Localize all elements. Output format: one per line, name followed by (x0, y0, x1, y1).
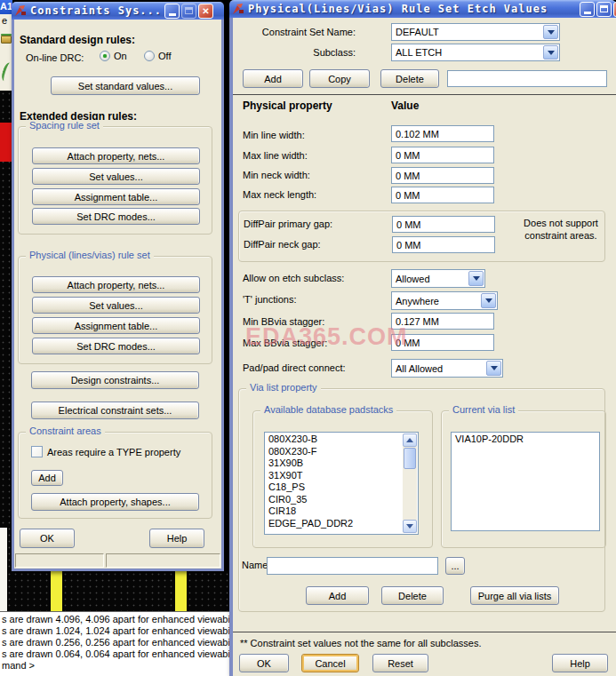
console-line: s are drawn 4.096, 4.096 apart for enhan… (2, 614, 229, 625)
minimize-icon (169, 13, 176, 16)
reset-button[interactable]: Reset (372, 654, 428, 672)
current-via-listbox[interactable]: VIA10P-20DDR (451, 432, 600, 531)
pcb-canvas[interactable] (0, 91, 12, 571)
online-drc-label: On-line DRC: (26, 52, 84, 63)
via-delete-button[interactable]: Delete (381, 586, 444, 605)
padstack-item[interactable]: CIR0_35 (266, 494, 418, 506)
electrical-constraint-sets-button[interactable]: Electrical constraint sets... (31, 402, 199, 419)
padstack-item[interactable]: 080X230-F (266, 446, 418, 458)
padstack-item[interactable]: EDGE_PAD_DDR2 (266, 518, 418, 530)
allow-on-etch-subclass-select[interactable]: Allowed (391, 269, 485, 288)
scrollbar[interactable] (403, 433, 417, 533)
min-line-width-input[interactable]: 0.102 MM (391, 125, 494, 142)
statusbar-cell (106, 553, 220, 568)
spacing-attach-property-nets-button[interactable]: Attach property, nets... (32, 147, 200, 164)
chevron-down-icon[interactable] (486, 361, 501, 376)
t-junctions-select[interactable]: Anywhere (391, 291, 498, 310)
minimize-button[interactable] (164, 4, 180, 19)
command-prompt[interactable]: mand > (2, 660, 229, 672)
menu-item-fragment: e (2, 15, 7, 26)
physical-set-drc-modes-button[interactable]: Set DRC modes... (32, 338, 200, 354)
spacing-set-drc-modes-button[interactable]: Set DRC modes... (32, 208, 200, 225)
max-bbvia-stagger-label: Max BBvia stagger: (243, 338, 327, 348)
max-line-width-input[interactable]: 0 MM (391, 147, 494, 163)
name-input[interactable] (267, 557, 438, 575)
chevron-down-icon[interactable] (543, 25, 558, 39)
radio-online-drc-on[interactable]: On (100, 51, 127, 61)
constraint-set-name-input[interactable] (447, 70, 607, 87)
chevron-down-icon[interactable] (543, 45, 558, 60)
spacing-set-values-button[interactable]: Set values... (32, 168, 200, 185)
attach-property-shapes-button[interactable]: Attach property, shapes... (31, 493, 199, 511)
delete-constraint-set-button[interactable]: Delete (380, 69, 439, 88)
via-list-property-group: Via list property Available database pad… (238, 388, 605, 612)
main-app-menubar[interactable]: e (0, 14, 12, 28)
via-item[interactable]: VIA10P-20DDR (452, 433, 599, 446)
min-bbvia-stagger-input[interactable]: 0.127 MM (391, 313, 494, 330)
property-column-header: Physical property (243, 99, 332, 112)
padstack-item[interactable]: 31X90T (266, 470, 418, 482)
scroll-up-button[interactable] (403, 433, 417, 447)
arrow-down-icon (406, 524, 413, 529)
dialog-title: Physical(Lines/Vias) Rule Set Etch Value… (246, 3, 578, 15)
via-add-button[interactable]: Add (306, 586, 369, 605)
purge-all-via-lists-button[interactable]: Purge all via lists (470, 586, 559, 605)
chevron-down-icon[interactable] (468, 271, 484, 286)
scrollbar-thumb[interactable] (404, 448, 416, 469)
max-bbvia-stagger-input[interactable]: 0 MM (391, 334, 494, 351)
dialog-body: Standard design rules: On-line DRC: On O… (12, 20, 224, 571)
toolbar-icon[interactable] (0, 61, 12, 83)
pad-pad-direct-connect-label: Pad/pad direct connect: (243, 362, 346, 373)
console-output[interactable]: s are drawn 4.096, 4.096 apart for enhan… (0, 611, 229, 676)
padstack-item[interactable]: C18_PS (266, 481, 418, 494)
close-button[interactable]: ✕ (198, 4, 213, 19)
help-button[interactable]: Help (552, 654, 608, 672)
help-button[interactable]: Help (149, 529, 204, 548)
physical-set-values-button[interactable]: Set values... (32, 297, 200, 314)
canvas-yellow-trace (175, 571, 187, 611)
group-legend: Via list property (246, 382, 321, 393)
footer-note: ** Constraint set values not the same fo… (240, 638, 481, 648)
available-padstacks-listbox[interactable]: 080X230-B 080X230-F 31X90B 31X90T C18_PS… (264, 432, 419, 535)
maximize-button[interactable] (181, 4, 196, 19)
cancel-button[interactable]: Cancel (301, 654, 359, 672)
scrollbar-track[interactable] (403, 447, 417, 520)
physical-attach-property-nets-button[interactable]: Attach property, nets... (32, 276, 200, 293)
max-neck-length-input[interactable]: 0 MM (391, 187, 494, 203)
padstack-item[interactable]: 080X230-B (266, 433, 418, 446)
maximize-icon (185, 7, 193, 14)
areas-require-type-checkbox[interactable]: Areas require a TYPE property (31, 446, 180, 457)
scroll-down-button[interactable] (403, 520, 417, 533)
minimize-button[interactable] (580, 2, 595, 17)
diffpair-neck-gap-input[interactable]: 0 MM (392, 236, 495, 253)
group-legend: Physical (lines/vias) rule set (26, 250, 154, 260)
browse-button[interactable]: ... (445, 557, 465, 575)
physical-assignment-table-button[interactable]: Assignment table... (32, 317, 200, 334)
add-constraint-set-button[interactable]: Add (243, 69, 303, 88)
diffpair-primary-gap-input[interactable]: 0 MM (392, 216, 495, 233)
spacing-assignment-table-button[interactable]: Assignment table... (32, 188, 200, 205)
subclass-label: Subclass: (238, 47, 356, 58)
maximize-icon (600, 5, 608, 12)
padstack-item[interactable]: 31X90B (266, 457, 418, 470)
set-standard-values-button[interactable]: Set standard values... (51, 76, 200, 95)
pcb-canvas-bottom[interactable] (0, 571, 229, 611)
ok-button[interactable]: OK (239, 654, 289, 672)
ok-button[interactable]: OK (20, 529, 75, 548)
padstack-item[interactable]: CIR18 (266, 505, 418, 518)
diffpair-group: DiffPair primary gap: 0 MM DiffPair neck… (238, 211, 605, 262)
copy-constraint-set-button[interactable]: Copy (309, 69, 370, 88)
open-folder-icon[interactable] (1, 36, 12, 44)
constraint-set-name-select[interactable]: DEFAULT (391, 23, 560, 41)
maximize-button[interactable] (596, 2, 612, 17)
areas-add-button[interactable]: Add (31, 470, 63, 486)
subclass-select[interactable]: ALL ETCH (391, 44, 560, 61)
app-icon (14, 4, 27, 17)
max-line-width-label: Max line width: (243, 150, 308, 161)
pad-pad-direct-connect-select[interactable]: All Allowed (391, 359, 503, 378)
design-constraints-button[interactable]: Design constraints... (31, 371, 199, 389)
chevron-down-icon[interactable] (481, 293, 496, 308)
min-neck-width-input[interactable]: 0 MM (391, 167, 494, 184)
radio-online-drc-off[interactable]: Off (144, 51, 171, 61)
minimize-icon (584, 12, 591, 14)
